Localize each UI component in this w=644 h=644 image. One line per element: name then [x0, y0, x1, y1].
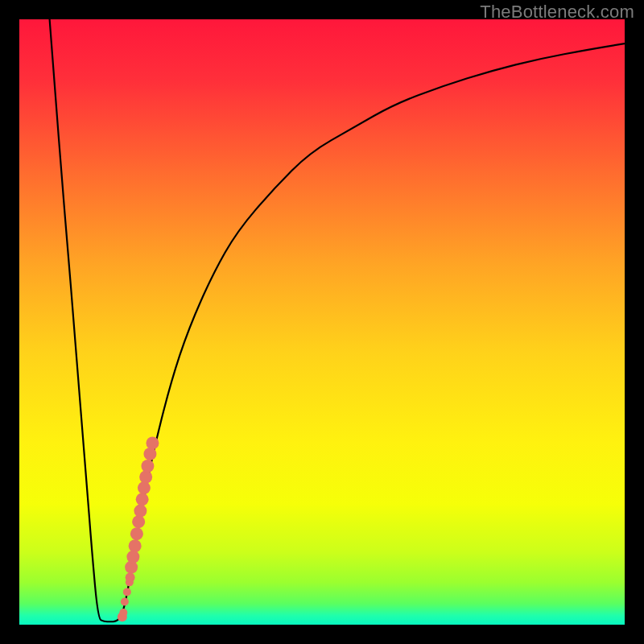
watermark-text: TheBottleneck.com: [480, 2, 634, 23]
highlight-dot: [126, 551, 139, 564]
highlight-dot: [141, 460, 154, 473]
chart-plot-area: [19, 19, 625, 625]
highlight-dot: [126, 572, 135, 582]
highlight-dot: [146, 436, 159, 449]
highlight-dot: [130, 527, 143, 540]
highlight-dot: [134, 505, 147, 518]
highlight-dot: [132, 515, 145, 528]
chart-svg: [19, 19, 625, 625]
highlight-dot: [138, 481, 151, 494]
highlight-dot: [121, 597, 129, 605]
highlight-dot: [139, 471, 152, 484]
highlight-dot: [123, 588, 131, 596]
highlight-dots: [118, 436, 159, 621]
chart-frame: TheBottleneck.com: [0, 0, 644, 644]
highlight-dot: [143, 448, 156, 460]
highlight-dot: [129, 539, 142, 552]
highlight-dot: [119, 609, 127, 617]
highlight-dot: [136, 493, 149, 506]
